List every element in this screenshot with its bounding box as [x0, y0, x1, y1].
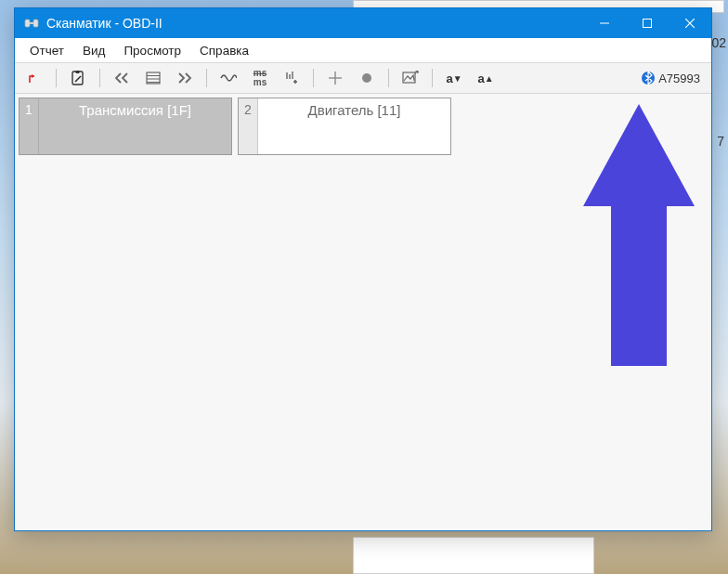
svg-rect-2 [29, 22, 34, 24]
toolbar-sep [432, 69, 433, 87]
next-page-icon[interactable] [171, 67, 199, 89]
bg-text-frag1: 02 [711, 35, 726, 50]
bluetooth-code: A75993 [658, 72, 700, 85]
exit-icon[interactable] [20, 67, 48, 89]
menu-report[interactable]: Отчет [20, 41, 73, 60]
app-window: Сканматик - OBD-II Отчет Вид Просмотр Сп… [14, 7, 712, 531]
target-icon[interactable] [321, 67, 349, 89]
ms-label-2: ms [254, 78, 266, 87]
record-icon[interactable] [353, 67, 381, 89]
window-title: Сканматик - OBD-II [46, 16, 162, 31]
sort-asc-icon[interactable]: a▲ [472, 67, 500, 89]
bg-text-frag2: 7 [717, 134, 724, 149]
param-card-label: Двигатель [11] [258, 98, 450, 154]
image-export-icon[interactable] [396, 67, 424, 89]
svg-rect-8 [76, 71, 80, 73]
toolbar-sep [99, 69, 100, 87]
toolbar-sep [56, 69, 57, 87]
toolbar-sep [388, 69, 389, 87]
prev-page-icon[interactable] [108, 67, 136, 89]
param-card-index: 2 [239, 98, 258, 154]
svg-rect-4 [644, 20, 652, 28]
param-cards: 1 Трансмиссия [1F] 2 Двигатель [11] [19, 98, 451, 155]
toolbar-sep [206, 69, 207, 87]
bg-panel-bottom [353, 537, 594, 574]
list-view-icon[interactable] [139, 67, 167, 89]
menu-browse[interactable]: Просмотр [114, 41, 190, 60]
sort-desc-icon[interactable]: a▼ [440, 67, 468, 89]
app-icon [24, 16, 39, 31]
param-card-label: Трансмиссия [1F] [39, 98, 231, 154]
bluetooth-status[interactable]: A75993 [642, 70, 706, 86]
minimize-button[interactable] [583, 8, 626, 38]
toolbar-sep [313, 69, 314, 87]
svg-point-20 [362, 73, 371, 83]
param-card-transmission[interactable]: 1 Трансмиссия [1F] [19, 98, 232, 155]
titlebar[interactable]: Сканматик - OBD-II [15, 8, 711, 38]
svg-rect-7 [72, 72, 83, 85]
bluetooth-icon [642, 70, 655, 86]
param-card-engine[interactable]: 2 Двигатель [11] [238, 98, 451, 155]
maximize-button[interactable] [626, 8, 669, 38]
menu-help[interactable]: Справка [190, 41, 258, 60]
menubar: Отчет Вид Просмотр Справка [15, 38, 711, 63]
close-button[interactable] [669, 8, 711, 38]
waveform-icon[interactable] [214, 67, 242, 89]
add-sample-icon[interactable] [278, 67, 306, 89]
clipboard-edit-icon[interactable] [64, 67, 92, 89]
param-card-index: 1 [20, 98, 39, 154]
ms-units-icon[interactable]: ms ms [246, 67, 274, 89]
toolbar: ms ms [15, 63, 711, 94]
content-area: 1 Трансмиссия [1F] 2 Двигатель [11] [15, 94, 711, 530]
menu-view[interactable]: Вид [73, 41, 114, 60]
